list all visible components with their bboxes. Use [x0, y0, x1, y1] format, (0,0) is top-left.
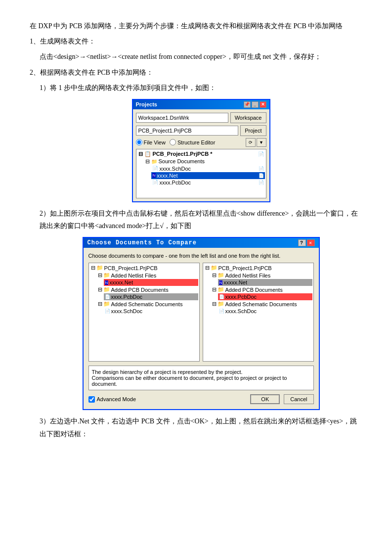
refresh-icon[interactable]: ⟳: [246, 138, 256, 147]
minimize-button[interactable]: _: [252, 101, 259, 108]
tree-source-docs: ⊟ 📁 Source Documents: [144, 158, 265, 165]
choose-body: Choose documents to compare - one from t…: [84, 248, 319, 409]
file-view-radio[interactable]: File View: [136, 139, 166, 145]
cancel-button[interactable]: Cancel: [284, 394, 313, 404]
info-line2: Comparisons can be either document to do…: [92, 375, 310, 387]
projects-titlebar: Projects 📌 _ ✕: [133, 100, 269, 109]
workspace-row: Workspace: [136, 112, 266, 123]
intro-para1: 在 DXP 中为 PCB 添加网络，主要分为两个步骤：生成网络表文件和根据网络表…: [30, 20, 362, 32]
right-root: ⊟ 📁 PCB_Project1.PrjPCB: [204, 264, 312, 272]
right-netlist-folder: ⊟ 📁 Added Netlist Files: [211, 272, 312, 279]
info-line1: The design hierarchy of a project is rep…: [92, 369, 310, 375]
right-sch-folder: ⊟ 📁 Added Schematic Documents: [211, 300, 312, 308]
projects-dialog: Projects 📌 _ ✕ Workspace: [132, 99, 270, 202]
pin-button[interactable]: 📌: [244, 101, 251, 108]
left-pcb-file[interactable]: 📄 xxxx.PcbDoc: [104, 293, 198, 300]
choose-titlebar: Choose Documents To Compare ? ✕: [84, 238, 319, 248]
left-sch-folder: ⊟ 📁 Added Schematic Documents: [97, 300, 198, 308]
projects-body: Workspace Project File View Structure Ed: [133, 109, 269, 201]
tree-sch-doc: 📄 xxxx.SchDoc 📄: [151, 165, 265, 172]
page-content: 在 DXP 中为 PCB 添加网络，主要分为两个步骤：生成网络表文件和根据网络表…: [30, 20, 362, 440]
close-button[interactable]: ✕: [260, 101, 266, 108]
tree-net-doc[interactable]: N xxxx.Net 📄: [151, 172, 265, 179]
left-panel: ⊟ 📁 PCB_Project1.PrjPCB ⊟ 📁 Added Netlis…: [88, 263, 200, 362]
choose-subtitle: Choose documents to compare - one from t…: [88, 253, 314, 259]
workspace-button[interactable]: Workspace: [230, 112, 266, 123]
dropdown-icon[interactable]: ▼: [257, 138, 266, 147]
choose-info: The design hierarchy of a project is rep…: [88, 366, 314, 390]
choose-footer: Advanced Mode OK Cancel: [88, 394, 314, 404]
help-button[interactable]: ?: [298, 239, 306, 246]
choose-close-button[interactable]: ✕: [307, 239, 315, 246]
right-pcb-folder: ⊟ 📁 Added PCB Documents: [211, 286, 312, 293]
step1-label: 1、生成网络表文件：: [30, 35, 362, 47]
tree-root: ⊟ 📋 PCB_Project1.PrjPCB * 📄: [137, 150, 265, 158]
tree-pcb-doc: 📄 xxxx.PcbDoc 📄: [151, 179, 265, 186]
step1-detail: 点击<design>→<netlist>→<create netlist fro…: [40, 50, 362, 63]
step3-label: 3）左边选中.Net 文件，右边选中 PCB 文件，点击<OK>，如上图，然后在…: [40, 415, 362, 440]
choose-panels: ⊟ 📁 PCB_Project1.PrjPCB ⊟ 📁 Added Netlis…: [88, 263, 314, 362]
choose-dialog: Choose Documents To Compare ? ✕ Choose d…: [83, 237, 320, 410]
left-sch-file: 📄 xxxx.SchDoc: [104, 308, 198, 315]
projects-title: Projects: [136, 101, 157, 107]
left-netlist-folder: ⊟ 📁 Added Netlist Files: [97, 272, 198, 279]
project-button[interactable]: Project: [240, 125, 266, 136]
titlebar-buttons: 📌 _ ✕: [244, 101, 266, 108]
substep1-label: 1）将 1 步中生成的网络表文件添加到项目文件中，如图：: [40, 82, 362, 94]
right-panel: ⊟ 📁 PCB_Project1.PrjPCB ⊟ 📁 Added Netlis…: [203, 263, 314, 362]
project-input[interactable]: [136, 126, 239, 136]
view-tabs: File View Structure Editor ⟳ ▼: [136, 138, 266, 147]
ok-button[interactable]: OK: [250, 394, 280, 404]
step2-desc: 2）如上图所示在项目文件中点击鼠标右键，然后在对话框里点击<show diffe…: [40, 207, 362, 232]
choose-title: Choose Documents To Compare: [87, 239, 197, 246]
left-net-file[interactable]: N xxxxx.Net: [104, 279, 198, 286]
left-pcb-folder: ⊟ 📁 Added PCB Documents: [97, 286, 198, 293]
right-net-file[interactable]: N xxxxx.Net: [218, 279, 312, 286]
right-pcb-file[interactable]: 📄 xxxx.PcbDoc: [218, 293, 312, 300]
project-row: Project: [136, 125, 266, 136]
projects-tree: ⊟ 📋 PCB_Project1.PrjPCB * 📄 ⊟ 📁 Source D…: [136, 149, 266, 198]
workspace-input[interactable]: [136, 113, 228, 123]
step2-label: 2、根据网络表文件在 PCB 中添加网络：: [30, 66, 362, 79]
left-root: ⊟ 📁 PCB_Project1.PrjPCB: [90, 264, 198, 272]
choose-titlebar-btns: ? ✕: [298, 239, 315, 246]
right-sch-file: 📄 xxxx.SchDoc: [218, 308, 312, 315]
structure-editor-radio[interactable]: Structure Editor: [170, 139, 215, 145]
footer-buttons: OK Cancel: [250, 394, 313, 404]
tab-icon-group: ⟳ ▼: [246, 138, 266, 147]
advanced-mode-checkbox[interactable]: Advanced Mode: [88, 396, 136, 403]
